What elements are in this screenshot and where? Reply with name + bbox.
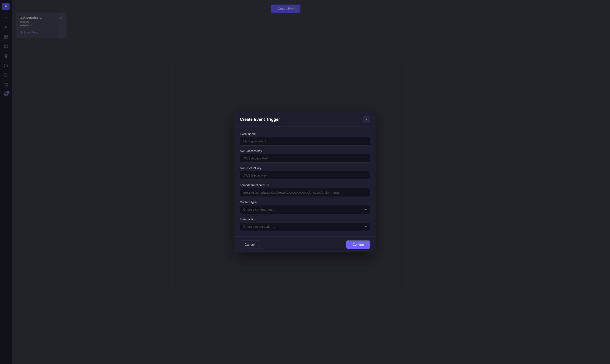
modal-body: Event name AWS access key AWS Secret key… (234, 127, 305, 182)
aws-access-key-input[interactable] (240, 154, 305, 163)
modal-title: Create Event Trigger (240, 117, 280, 122)
aws-secret-key-group: AWS Secret key (240, 166, 305, 180)
create-event-trigger-modal: Create Event Trigger × Event name AWS ac… (234, 111, 305, 182)
modal-overlay[interactable]: Create Event Trigger × Event name AWS ac… (0, 0, 305, 182)
aws-secret-key-label: AWS Secret key (240, 166, 305, 170)
event-name-group: Event name (240, 132, 305, 146)
aws-secret-key-input[interactable] (240, 171, 305, 180)
modal-header: Create Event Trigger × (234, 111, 305, 127)
aws-access-key-group: AWS access key (240, 149, 305, 163)
aws-access-key-label: AWS access key (240, 149, 305, 153)
event-name-input[interactable] (240, 137, 305, 146)
event-name-label: Event name (240, 132, 305, 136)
